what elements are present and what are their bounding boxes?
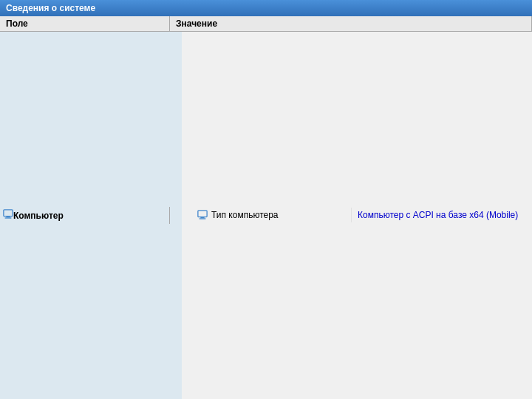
svg-rect-2 — [5, 217, 12, 218]
svg-rect-0 — [4, 210, 13, 216]
field-header: Поле — [0, 16, 170, 31]
svg-rect-5 — [200, 218, 206, 219]
computer-icon — [3, 209, 13, 222]
main-window: Сведения о системе Поле Значение Компьют… — [0, 0, 532, 399]
svg-rect-4 — [200, 217, 204, 219]
section-label-computer: Компьютер — [13, 211, 64, 221]
data-table[interactable]: Компьютер Тип компьютера Компьютер с ACP… — [0, 32, 532, 399]
window-title: Сведения о системе — [6, 3, 95, 13]
field-label: Тип компьютера — [211, 210, 279, 220]
title-bar: Сведения о системе — [0, 0, 532, 16]
computer-icon — [197, 209, 208, 221]
svg-rect-1 — [6, 216, 10, 218]
value-header: Значение — [170, 16, 532, 31]
table-row[interactable]: Тип компьютера Компьютер с ACPI на базе … — [182, 32, 524, 399]
value-cell: Компьютер с ACPI на базе x64 (Mobile) — [352, 208, 524, 222]
section-header-computer[interactable]: Компьютер — [0, 32, 182, 399]
svg-rect-3 — [198, 211, 207, 217]
column-headers: Поле Значение — [0, 16, 532, 32]
table-row[interactable]: Операционная система Microsoft Windows 1… — [524, 32, 532, 399]
